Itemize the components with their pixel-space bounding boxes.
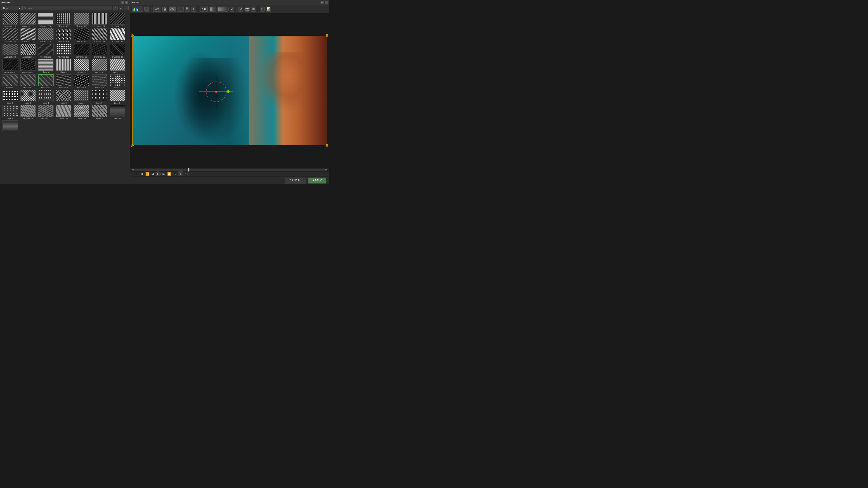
frame-forward-button[interactable]: ▶ xyxy=(162,172,165,176)
preset-dropdown[interactable]: New All Favorites xyxy=(1,6,22,10)
preset-thumbnail xyxy=(110,74,125,86)
half-split-icon[interactable] xyxy=(209,6,216,11)
preset-item-leaves-17[interactable]: Leaves 17 xyxy=(37,105,54,120)
preset-item[interactable]: Abstract 132 xyxy=(37,43,54,58)
play-pause-button[interactable]: ▶ xyxy=(156,171,161,176)
preset-item[interactable]: Abstract 124 xyxy=(20,28,36,43)
preset-item-branches-28[interactable]: Branches 28 xyxy=(73,43,90,58)
viewer-panel: Viewer ⊡ ✕ ⬛ 59% 🔒 100 FIT 🔍 ✛ A B xyxy=(130,0,329,184)
preset-item-trees-22[interactable] xyxy=(2,121,19,133)
skip-to-end-button[interactable]: ⏭ xyxy=(173,172,177,176)
preset-item-branches-32[interactable]: Branches 32 xyxy=(20,59,36,73)
preset-item[interactable]: Abstract 130 xyxy=(2,43,19,58)
preset-item[interactable]: Abstract 127 xyxy=(73,28,90,43)
preset-item[interactable]: Abstract 116 xyxy=(2,13,19,27)
gradient-icon[interactable] xyxy=(217,6,228,11)
preset-item[interactable]: Abstract 122 xyxy=(109,13,126,27)
preset-item-glass-53[interactable]: Glass 53 xyxy=(73,59,90,73)
preset-item-glass-54[interactable]: Glass 54 xyxy=(91,59,108,73)
frame-back-button[interactable]: ◀ xyxy=(151,172,154,176)
preset-thumbnail xyxy=(92,59,107,71)
preset-item-lace-3[interactable]: Lace 3 xyxy=(20,90,36,104)
zoom-percent-button[interactable]: 59% xyxy=(153,6,161,11)
step-back-button[interactable]: ⏪ xyxy=(145,172,150,176)
preset-item-hessian-3[interactable]: Hessian 3 xyxy=(37,74,54,89)
skip-to-start-button[interactable]: ⏮ xyxy=(140,172,144,176)
preset-item-leaves-18[interactable]: Leaves 18 xyxy=(55,105,72,120)
preset-item-lace-8[interactable]: Lace 8 xyxy=(109,90,126,104)
preset-item-glass-55[interactable]: Glass 55 xyxy=(109,59,126,73)
preset-item[interactable]: Abstract 133 xyxy=(55,43,72,58)
close-icon[interactable]: ✕ xyxy=(125,1,128,4)
preset-thumbnail xyxy=(38,74,54,86)
preset-item[interactable]: Abstract 125 xyxy=(37,28,54,43)
preset-item-hessian-1[interactable]: Hessian 1 xyxy=(2,74,19,89)
preset-item[interactable]: Abstract 128 xyxy=(91,28,108,43)
preset-item-hessian-4[interactable]: Hessian 4 xyxy=(55,74,72,89)
preset-item-hessian-5[interactable]: Hessian 5 xyxy=(73,74,90,89)
preset-item[interactable]: Abstract 131 xyxy=(20,43,36,58)
menu-button[interactable]: ≡ xyxy=(124,6,129,10)
cancel-button[interactable]: CANCEL xyxy=(285,177,306,184)
close-viewer-icon[interactable]: ✕ xyxy=(324,1,328,4)
preset-item-leaves-16[interactable]: Leaves 16 xyxy=(20,105,36,120)
favorites-button[interactable]: ★ xyxy=(119,6,123,10)
preset-item-lace-2[interactable]: Lace 2 xyxy=(2,90,19,104)
camera-icon[interactable]: 📷 xyxy=(245,6,250,11)
zoom-fit-button[interactable]: FIT xyxy=(177,6,184,11)
undo-icon[interactable]: ↺ xyxy=(238,6,243,11)
preset-item[interactable]: Abstract 129 xyxy=(109,28,126,43)
zoom-lock-icon[interactable]: 🔒 xyxy=(162,6,167,11)
preset-item-lace-7[interactable]: Lace 7 xyxy=(91,90,108,104)
preset-item-lace-5[interactable]: Lace 5 xyxy=(55,90,72,104)
preset-item-glass-52[interactable]: Glass 52 xyxy=(55,59,72,73)
levels-icon[interactable]: 📊 xyxy=(266,6,271,11)
timeline-track[interactable] xyxy=(134,169,324,170)
viewer-canvas-area[interactable]: ⊕ ⊕ ⊕ ⊕ ↖ ↙ xyxy=(130,13,329,168)
preset-item-lace-9[interactable]: Lace 9 xyxy=(2,105,19,120)
restore-icon[interactable]: ⊡ xyxy=(121,1,124,4)
preset-item-lace-4[interactable]: Lace 4 xyxy=(37,90,54,104)
preset-search-input[interactable] xyxy=(22,6,112,10)
preset-label: Leaves 19 xyxy=(73,117,90,120)
preset-item-hessian-6[interactable]: Hessian 6 xyxy=(91,74,108,89)
preset-thumbnail xyxy=(56,90,71,101)
timeline-playhead[interactable] xyxy=(188,168,189,171)
restore-viewer-icon[interactable]: ⊡ xyxy=(320,1,324,4)
ab-button[interactable]: A B xyxy=(200,6,208,11)
preset-item[interactable]: Abstract 126 xyxy=(55,28,72,43)
timeline-end-button[interactable]: ▶ xyxy=(326,168,327,171)
preset-item-lace-6[interactable]: Lace 6 xyxy=(73,90,90,104)
preset-item-branches-30[interactable]: Branches 30 xyxy=(109,43,126,58)
magnify-icon[interactable]: 🔍 xyxy=(185,6,190,11)
step-forward-button[interactable]: ⏩ xyxy=(167,172,172,176)
preset-item[interactable]: Abstract 117 xyxy=(20,13,36,27)
loop-button[interactable]: ↺ xyxy=(178,171,183,176)
preset-item[interactable]: Abstract 120 xyxy=(73,13,90,27)
preset-label: Abstract 117 xyxy=(20,25,36,27)
waveform-button[interactable]: ⬛ xyxy=(145,6,149,11)
preset-item-trees-21[interactable]: Trees 21 xyxy=(109,105,126,120)
preset-item-branches-31[interactable]: Branches 31 xyxy=(2,59,19,73)
preset-item[interactable]: Abstract 121 xyxy=(91,13,108,27)
preset-item-lace-1[interactable]: Lace 1 xyxy=(109,74,126,89)
zoom-100-button[interactable]: 100 xyxy=(168,6,176,11)
crosshair-tool-icon[interactable]: ✛ xyxy=(191,6,196,11)
preset-item-leaves-20[interactable]: Leaves 20 xyxy=(91,105,108,120)
search-clear-button[interactable]: ✕ xyxy=(113,6,118,10)
preset-item-branches-29[interactable]: Branches 29 xyxy=(91,43,108,58)
crosshair-overlay[interactable] xyxy=(206,82,226,102)
preset-item[interactable]: Abstract 119 xyxy=(55,13,72,27)
apply-button[interactable]: APPLY xyxy=(308,177,327,184)
text-overlay-button[interactable]: A xyxy=(230,6,235,11)
preset-item-glass-51[interactable]: Glass 51 xyxy=(37,59,54,73)
preset-item[interactable]: Abstract 123 xyxy=(2,28,19,43)
preset-item[interactable]: Abstract 118 xyxy=(37,13,54,27)
export-icon[interactable]: ⊞ xyxy=(251,6,256,11)
corner-marker-br: ⊕ xyxy=(325,143,329,148)
timeline-start-button[interactable]: ◀ xyxy=(132,168,133,171)
preset-item-hessian-2[interactable]: Hessian 2 xyxy=(20,74,36,89)
crosshair-icon[interactable]: ⊕ xyxy=(260,6,265,11)
histogram-button[interactable] xyxy=(132,6,143,11)
preset-item-leaves-19[interactable]: Leaves 19 xyxy=(73,105,90,120)
